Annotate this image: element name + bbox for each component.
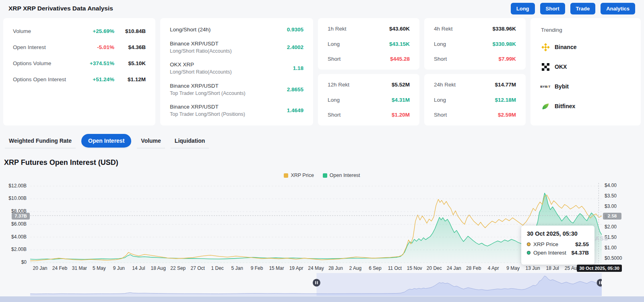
tab-open-interest[interactable]: Open Interest [81,134,131,149]
navigator-selected-range[interactable] [316,273,602,296]
tab-weighted-funding-rate[interactable]: Weighted Funding Rate [5,134,76,149]
tooltip-row-open-interest: Open Interest$4.37B [527,250,589,256]
legend-item-open-interest[interactable]: Open Interest [323,173,360,178]
main-chart-plot[interactable] [30,183,602,263]
okx-icon [541,62,550,71]
x-axis-label: 18 Jul [546,265,559,271]
rekt-short-label: Short [328,112,341,118]
x-axis-label: 1 Dec [211,265,223,271]
tooltip-date: 30 Oct 2025, 05:30 [527,230,589,237]
rekt-column-1: 1h Rekt$43.60KLong$43.15KShort$445.2812h… [318,18,419,125]
tooltip-series-name: XRP Price [533,241,558,247]
y-axis-left-label: $6.00B [0,221,27,227]
stat-change: -5.01% [77,44,114,50]
rekt-short-row: Short$1.20M [328,112,410,118]
x-axis-label: 24 May [308,265,324,271]
rekt-total-row: 12h Rekt$5.52M [328,82,410,88]
legend-swatch [284,173,288,178]
ratio-labels: Binance XRP/USDTLong/Short Ratio(Account… [170,41,232,54]
rekt-long-label: Long [434,41,446,47]
header: XRP XRP Derivatives Data Analysis LongSh… [0,0,644,17]
x-axis-label: 19 Apr [289,265,303,271]
long-short-ratio-card: Long/Short (24h)0.9305Binance XRP/USDTLo… [160,18,313,125]
rekt-total-value: $338.96K [492,26,516,32]
y-axis-right-label: $4.00 [605,183,633,188]
stat-change: +51.24% [77,76,114,82]
tooltip-rows: XRP Price$2.55Open Interest$4.37B [527,241,589,256]
stat-value: $10.84B [114,28,146,34]
chart-section-title: XRP Futures Open Interest (USD) [4,158,644,167]
tab-volume[interactable]: Volume [137,134,165,149]
chart-legend: XRP PriceOpen Interest [0,173,644,178]
trending-card: Trending BinanceOKXBYBITBybitBitfinex [530,18,641,125]
ratio-title: Binance XRP/USDT [170,41,232,47]
trending-item-bybit[interactable]: BYBITBybit [541,80,630,92]
stat-change: +374.51% [77,60,114,66]
trending-item-okx[interactable]: OKX [541,61,630,73]
rekt-short-value: $2.59M [498,112,516,118]
header-button-analytics[interactable]: Analytics [601,3,635,14]
stat-value: $1.12M [114,76,146,82]
x-axis-label: 9 May [506,265,520,271]
y-axis-right-label: $1.00 [605,245,633,251]
x-axis-label: 22 Sep [170,265,186,271]
legend-item-xrp-price[interactable]: XRP Price [284,173,314,178]
stat-row-options-volume: Options Volume+374.51%$5.10K [13,60,146,66]
x-axis-label: 6 Sep [369,265,381,271]
y-axis-right-label: $2.00 [605,224,633,230]
chart-tabs: Weighted Funding RateOpen InterestVolume… [5,134,644,149]
ratio-labels: Binance XRP/USDTTop Trader Long/Short (A… [170,83,246,96]
tooltip-series-name: Open Interest [533,250,566,256]
ratio-row-binance-xrp-usdt: Binance XRP/USDTTop Trader Long/Short (P… [170,104,303,117]
rekt-long-row: Long$43.15K [328,41,410,47]
rekt-column-2: 4h Rekt$338.96KLong$330.98KShort$7.99K24… [424,18,526,125]
crosshair-right-badge: 2.58 [603,213,621,220]
ratio-subtitle: Top Trader Long/Short (Positions) [170,111,245,117]
trending-item-binance[interactable]: Binance [541,41,630,53]
rekt-card-12h-rekt: 12h Rekt$5.52MLong$4.31MShort$1.20M [318,74,419,125]
bitfinex-icon [541,102,550,111]
stat-value: $4.36B [114,44,146,50]
y-axis-left-label: $4.00B [0,234,27,240]
rekt-period-label: 4h Rekt [434,26,453,32]
chart-navigator[interactable] [30,273,602,296]
header-button-trade[interactable]: Trade [570,3,596,14]
crosshair-date-badge: 30 Oct 2025, 05:30 [577,265,622,272]
header-button-long[interactable]: Long [511,3,535,14]
trending-exchange-name: Bitfinex [555,103,575,109]
x-axis-label: 24 Feb [52,265,67,271]
crosshair-left-badge: 7.37B [12,213,30,220]
ratio-labels: OKX XRPLong/Short Ratio(Accounts) [170,62,232,75]
rekt-long-row: Long$330.98K [434,41,516,47]
x-axis-label: 11 Oct [388,265,402,271]
ratio-labels: Binance XRP/USDTTop Trader Long/Short (P… [170,104,245,117]
ratio-value: 1.18 [293,65,303,71]
rekt-short-label: Short [434,56,447,62]
header-actions: LongShortTradeAnalytics [511,3,635,14]
header-button-short[interactable]: Short [540,3,565,14]
tab-liquidation[interactable]: Liquidation [171,134,209,149]
x-axis-label: 20 Dec [427,265,442,271]
bybit-icon: BYBIT [541,82,550,91]
rekt-total-row: 24h Rekt$14.77M [434,82,516,88]
tooltip-row-xrp-price: XRP Price$2.55 [527,241,589,247]
rekt-short-label: Short [434,112,447,118]
tooltip-series-value: $4.37B [571,250,589,256]
navigator-handle-left[interactable] [313,279,320,287]
rekt-long-label: Long [328,97,340,103]
rekt-long-value: $12.18M [495,97,516,103]
ratio-title: Long/Short (24h) [170,27,211,33]
rekt-total-row: 4h Rekt$338.96K [434,26,516,32]
x-axis-label: 9 Feb [251,265,263,271]
y-axis-right-label: $1.50 [605,234,633,240]
rekt-short-row: Short$2.59M [434,112,516,118]
rekt-period-label: 24h Rekt [434,82,456,88]
stat-row-open-interest: Open Interest-5.01%$4.36B [13,44,146,50]
x-axis-label: 18 Aug [151,265,166,271]
x-axis-label: 14 Jul [132,265,145,271]
horizontal-scrollbar[interactable] [0,296,644,302]
rekt-long-row: Long$4.31M [328,97,410,103]
trending-list: BinanceOKXBYBITBybitBitfinex [541,41,630,112]
trending-exchange-name: OKX [555,64,567,70]
trending-item-bitfinex[interactable]: Bitfinex [541,100,630,112]
